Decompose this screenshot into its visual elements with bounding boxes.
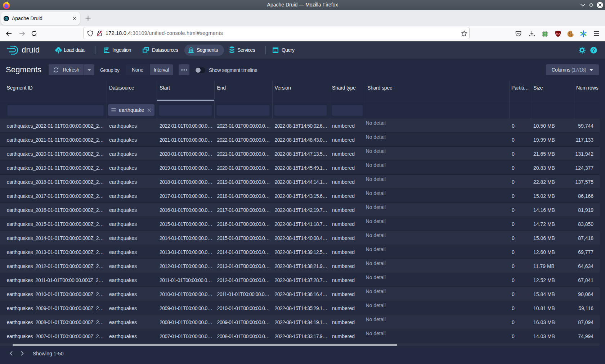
svg-text:?: ?	[592, 47, 595, 53]
svg-text:uO: uO	[556, 32, 560, 35]
